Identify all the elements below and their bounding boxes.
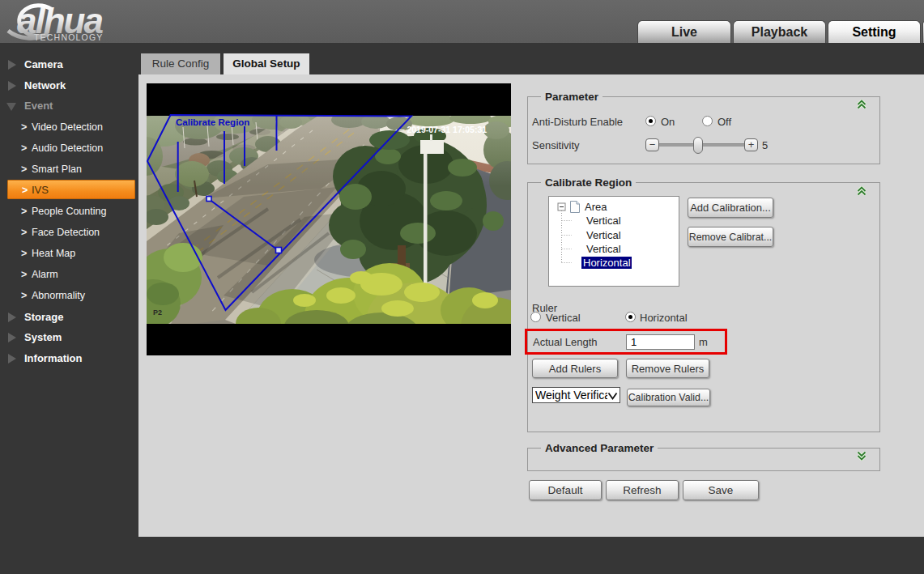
- svg-text:P2: P2: [153, 308, 162, 317]
- svg-text:Calibrate Region: Calibrate Region: [176, 117, 249, 127]
- svg-text:Vertical: Vertical: [586, 229, 621, 241]
- svg-text:Vertical: Vertical: [586, 243, 621, 255]
- svg-text:Horizontal: Horizontal: [583, 257, 631, 269]
- svg-text:Area: Area: [585, 201, 607, 213]
- svg-text:— 2019-07-31 17:05:31: — 2019-07-31 17:05:31: [396, 125, 487, 134]
- svg-text:TECHNOLOGY: TECHNOLOGY: [34, 32, 104, 42]
- svg-text:Vertical: Vertical: [586, 215, 621, 227]
